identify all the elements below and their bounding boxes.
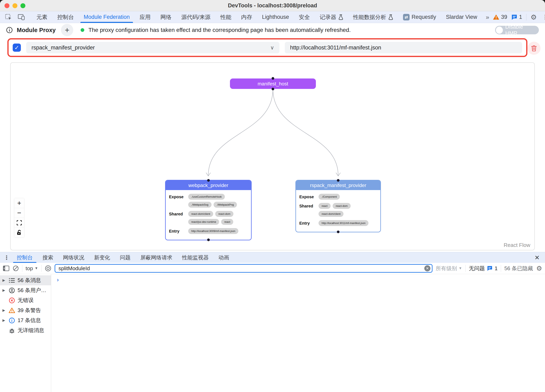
messages-badge[interactable]: 1 <box>511 14 522 20</box>
experiment-flask-icon <box>338 14 343 20</box>
sidebar-item-errors[interactable]: 无错误 <box>0 295 51 305</box>
delete-rule-button[interactable] <box>527 42 540 55</box>
proxy-rule-highlight-box: ✓ rspack_manifest_provider ∨ <box>7 38 527 57</box>
divider <box>501 265 501 272</box>
more-tabs-button[interactable]: » <box>482 11 493 23</box>
minimize-window-button[interactable] <box>12 3 17 8</box>
console-sidebar: ▶ 56 条消息 ▶ 56 条用户… 无错误 ▶ 39 条警告 ▶ <box>0 274 51 392</box>
drawer-menu-kebab-icon[interactable]: ⋮ <box>1 252 12 263</box>
close-window-button[interactable] <box>5 3 9 8</box>
graph-node-webpack-provider[interactable]: webpack_provider Expose ./useCustomRemot… <box>165 180 252 240</box>
drawer-tab-console[interactable]: 控制台 <box>12 252 38 263</box>
node-title: rspack_manifest_provider <box>296 181 380 190</box>
tab-slardar-view[interactable]: Slardar View <box>441 11 482 23</box>
node-handle <box>207 179 210 182</box>
node-handle <box>337 179 340 182</box>
expand-arrow-icon[interactable]: ▶ <box>2 278 6 283</box>
drawer-tab-network-conditions[interactable]: 网络状况 <box>58 252 89 263</box>
user-icon <box>9 287 15 294</box>
trash-icon <box>531 45 537 51</box>
expand-arrow-icon[interactable]: ▶ <box>2 288 6 292</box>
live-expression-icon[interactable] <box>45 265 51 272</box>
console-sidebar-toggle-icon[interactable] <box>3 265 9 271</box>
drawer-tab-search[interactable]: 搜索 <box>38 252 58 263</box>
tab-performance-insights[interactable]: 性能数据分析 <box>348 11 398 23</box>
react-flow-attribution: React Flow <box>504 242 530 248</box>
zoom-in-button[interactable]: + <box>14 198 24 208</box>
caret-down-icon: ▼ <box>35 266 38 270</box>
bug-icon <box>9 327 15 333</box>
sidebar-item-info[interactable]: ▶ 17 条信息 <box>0 315 51 325</box>
divider <box>526 14 526 20</box>
info-icon <box>9 317 15 324</box>
warning-triangle-icon <box>9 308 15 313</box>
tab-module-federation[interactable]: Module Federation <box>79 11 135 23</box>
tab-security[interactable]: 安全 <box>294 11 315 23</box>
issues-counter[interactable]: 无问题 1 <box>469 265 497 272</box>
node-body: Expose ./useCustomRemoteHook ./WebpackSv… <box>166 190 251 240</box>
console-filter-input[interactable] <box>55 264 433 273</box>
expose-pill: ./WebpackSvg <box>188 202 211 208</box>
lock-interactivity-button[interactable] <box>14 228 24 237</box>
console-filter: ✕ <box>55 264 433 273</box>
sidebar-item-warnings[interactable]: ▶ 39 条警告 <box>0 305 51 315</box>
settings-gear-icon[interactable]: ⚙ <box>531 14 537 21</box>
zoom-out-button[interactable]: − <box>14 208 24 218</box>
chat-bubble-icon <box>487 265 493 271</box>
fullscreen-window-button[interactable] <box>20 3 25 8</box>
module-proxy-title: Module Proxy <box>17 27 56 34</box>
tab-lighthouse[interactable]: Lighthouse <box>257 11 294 23</box>
shared-pill: react <box>319 203 331 209</box>
devtools-tabbar: 元素 控制台 Module Federation 应用 网络 源代码/来源 性能… <box>0 11 545 23</box>
graph-node-manifest-host[interactable]: manifest_host <box>230 78 316 89</box>
tab-elements[interactable]: 元素 <box>31 11 52 23</box>
shared-section: Shared react-dom/client react-dom react/… <box>169 211 248 225</box>
tab-performance[interactable]: 性能 <box>215 11 236 23</box>
provider-select-value: rspack_manifest_provider <box>31 45 95 51</box>
fit-view-button[interactable] <box>14 218 24 228</box>
inspect-element-icon[interactable] <box>2 11 15 23</box>
sidebar-item-all-messages[interactable]: ▶ 56 条消息 <box>0 275 51 285</box>
drawer-tab-issues[interactable]: 问题 <box>115 252 136 263</box>
entry-section: Entry http://localhost:3011/mf-manifest.… <box>299 220 377 226</box>
console-settings-gear-icon[interactable]: ⚙ <box>536 265 542 272</box>
expand-arrow-icon[interactable]: ▶ <box>2 308 6 313</box>
clear-console-icon[interactable] <box>13 265 19 271</box>
clear-filter-icon[interactable]: ✕ <box>424 265 430 271</box>
expose-pill: ./useCustomRemoteHook <box>188 194 225 200</box>
module-federation-graph-panel[interactable]: manifest_host webpack_provider Expose ./… <box>10 62 535 250</box>
rule-enabled-checkbox[interactable]: ✓ <box>13 43 21 52</box>
provider-select[interactable]: rspack_manifest_provider ∨ <box>26 42 279 53</box>
tab-application[interactable]: 应用 <box>135 11 155 23</box>
tab-sources[interactable]: 源代码/来源 <box>176 11 215 23</box>
console-prompt-chevron: › <box>57 277 59 283</box>
log-levels-select[interactable]: 所有级别 ▼ <box>436 265 462 272</box>
drawer-tab-network-request-blocking[interactable]: 屏蔽网络请求 <box>136 252 177 263</box>
more-options-kebab-icon[interactable]: ⋮ <box>541 13 545 21</box>
warnings-badge[interactable]: 39 <box>493 14 507 20</box>
add-proxy-rule-button[interactable]: + <box>61 24 73 36</box>
graph-node-rspack-manifest-provider[interactable]: rspack_manifest_provider Expose ./Compon… <box>295 180 381 232</box>
disable-hmr-toggle[interactable]: Disable HMR <box>495 26 539 34</box>
javascript-context-select[interactable]: top ▼ <box>25 265 38 272</box>
tab-network[interactable]: 网络 <box>155 11 176 23</box>
tab-console[interactable]: 控制台 <box>52 11 79 23</box>
console-toolbar: top ▼ ✕ 所有级别 ▼ 无问题 1 56 条已隐藏 ⚙ <box>0 263 545 274</box>
device-toolbar-icon[interactable] <box>15 11 28 23</box>
drawer-tab-animations[interactable]: 动画 <box>214 252 234 263</box>
drawer-tab-performance-monitor[interactable]: 性能监视器 <box>177 252 214 263</box>
sidebar-item-verbose[interactable]: 无详细消息 <box>0 325 51 335</box>
expand-arrow-icon[interactable]: ▶ <box>2 318 6 323</box>
close-drawer-icon[interactable]: ✕ <box>531 252 544 263</box>
tab-recorder[interactable]: 记录器 <box>315 11 348 23</box>
sidebar-item-user-messages[interactable]: ▶ 56 条用户… <box>0 285 51 295</box>
graph-edges <box>11 63 534 250</box>
chevron-down-icon: ∨ <box>270 45 274 51</box>
error-icon <box>9 297 15 303</box>
proxy-rule-row: ✓ rspack_manifest_provider ∨ <box>0 37 545 60</box>
console-messages-area[interactable]: › <box>51 274 545 392</box>
tab-requestly[interactable]: ⇄ Requestly <box>398 11 441 23</box>
tab-memory[interactable]: 内存 <box>236 11 257 23</box>
drawer-tab-changes[interactable]: 新变化 <box>89 252 115 263</box>
manifest-url-input[interactable] <box>285 42 522 53</box>
